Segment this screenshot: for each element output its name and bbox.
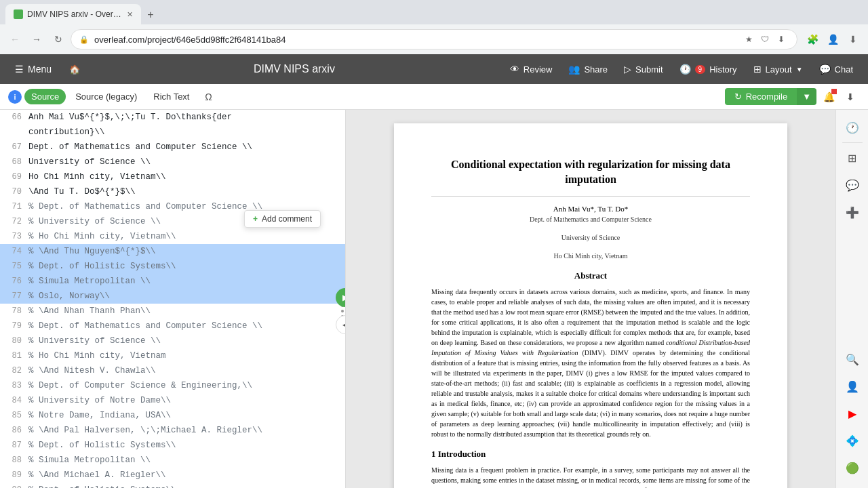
line-content-13: % \And Nhan Thanh Phan\\ (28, 304, 345, 318)
code-line-14[interactable]: 79% Dept. of Mathematics and Computer Sc… (0, 319, 345, 333)
code-line-20[interactable]: 85% Notre Dame, Indiana, USA\\ (0, 408, 345, 423)
sidebar-search-icon[interactable]: 🔍 (840, 347, 865, 371)
sidebar-user-icon[interactable]: 👤 (840, 374, 865, 399)
line-number-22: 87 (0, 439, 28, 452)
code-line-15[interactable]: 80% University of Science \\ (0, 333, 345, 348)
line-content-21: % \And Pal Halversen, \;\;Michael A. Rie… (28, 424, 345, 437)
sidebar-layout-icon[interactable]: ⊞ (840, 146, 865, 170)
code-line-4[interactable]: 69Ho Chi Minh city, Vietnam\\ (0, 169, 345, 184)
line-number-17: 82 (0, 364, 28, 378)
line-content-24: % \And Michael A. Riegler\\ (28, 468, 345, 482)
code-line-12[interactable]: 77% Oslo, Norway\\ (0, 289, 345, 304)
line-number-5: 70 (0, 185, 28, 199)
code-line-21[interactable]: 86% \And Pal Halversen, \;\;Michael A. R… (0, 423, 345, 438)
code-line-2[interactable]: 67Dept. of Mathematics and Computer Scie… (0, 140, 345, 155)
new-tab-button[interactable]: + (141, 5, 160, 24)
history-button[interactable]: 🕐 9 History (673, 60, 744, 78)
code-line-22[interactable]: 87% Dept. of Holistic Systems\\ (0, 438, 345, 453)
line-content-0: Anh Mai Vu$^{*}$,\;\;Tu T. Do\thanks{der (28, 110, 345, 124)
code-line-8[interactable]: 73% Ho Chi Minh city, Vietnam\\ (0, 229, 345, 244)
code-line-19[interactable]: 84% University of Notre Dame\\ (0, 393, 345, 408)
notification-badge (831, 89, 837, 94)
layout-button[interactable]: ⊞ Layout ▼ (747, 60, 810, 78)
extensions-btn[interactable]: 🧩 (803, 30, 822, 49)
rich-text-tab[interactable]: Rich Text (146, 89, 196, 104)
browser-download-btn[interactable]: ⬇ (844, 30, 863, 49)
active-tab[interactable]: DIMV NIPS arxiv - Overleaf, Online LaTeX… (5, 4, 141, 24)
pdf-section1: 1 Introduction (431, 449, 750, 460)
code-line-18[interactable]: 83% Dept. of Computer Science & Engineer… (0, 378, 345, 393)
pdf-authors: Anh Mai Vu*, Tu T. Do* (431, 205, 750, 213)
app-bar: ☰ Menu 🏠 DIMV NIPS arxiv 👁 Review 👥 Shar… (0, 54, 868, 84)
line-number-10: 75 (0, 260, 28, 273)
code-line-1[interactable]: contribution}\\ (0, 125, 345, 140)
line-content-15: % University of Science \\ (28, 334, 345, 348)
review-button[interactable]: 👁 Review (503, 60, 559, 78)
sidebar-history-icon[interactable]: 🕐 (840, 115, 865, 140)
recompile-icon: ↻ (734, 92, 742, 102)
sidebar-ext2-icon[interactable]: ⚙ (840, 483, 865, 488)
line-number-8: 73 (0, 230, 28, 243)
code-area[interactable]: 66Anh Mai Vu$^{*}$,\;\;Tu T. Do\thanks{d… (0, 110, 345, 488)
line-number-16: 81 (0, 349, 28, 363)
sidebar-youtube-icon[interactable]: ▶ (840, 401, 865, 426)
code-line-24[interactable]: 89% \And Michael A. Riegler\\ (0, 468, 345, 483)
menu-label: Menu (28, 64, 52, 75)
profile-btn[interactable]: 👤 (823, 30, 842, 49)
code-line-25[interactable]: 90% Dept. of Holistic Systems\\ (0, 483, 345, 488)
line-number-7: 72 (0, 215, 28, 228)
code-line-3[interactable]: 68University of Science \\ (0, 155, 345, 169)
code-line-23[interactable]: 88% Simula Metropolitan \\ (0, 453, 345, 468)
editor-panel: 66Anh Mai Vu$^{*}$,\;\;Tu T. Do\thanks{d… (0, 110, 346, 488)
line-content-3: University of Science \\ (28, 155, 345, 169)
pdf-affil-line3: Ho Chi Minh city, Vietnam (431, 252, 750, 260)
bookmark-icon[interactable]: ★ (741, 32, 756, 47)
reload-button[interactable]: ↻ (49, 30, 68, 49)
forward-button[interactable]: → (27, 30, 46, 49)
share-button[interactable]: 👥 Share (561, 60, 614, 78)
right-sidebar: 🕐 ⊞ 💬 ➕ 🔍 👤 ▶ 💠 🟢 ⚙ (835, 110, 868, 488)
back-button[interactable]: ← (5, 30, 24, 49)
code-line-13[interactable]: 78% \And Nhan Thanh Phan\\ (0, 304, 345, 319)
code-line-5[interactable]: 70\And Tu T. Do$^{*}$\\ (0, 184, 345, 199)
line-number-13: 78 (0, 304, 28, 318)
code-line-17[interactable]: 82% \And Nitesh V. Chawla\\ (0, 363, 345, 378)
omega-button[interactable]: Ω (199, 87, 218, 106)
download-icon[interactable]: ⬇ (774, 32, 789, 47)
address-bar[interactable]: 🔒 overleaf.com/project/646e5dd98ffc2f648… (71, 29, 797, 49)
chat-button[interactable]: 💬 Chat (812, 60, 860, 78)
project-title: DIMV NIPS arxiv (91, 63, 498, 75)
line-number-25: 90 (0, 483, 28, 488)
submit-button[interactable]: ▷ Submit (617, 60, 669, 78)
code-line-11[interactable]: 76% Simula Metropolitan \\ (0, 274, 345, 289)
sidebar-ext1-icon[interactable]: 🟢 (840, 455, 865, 480)
extension-icon[interactable]: 🛡 (757, 32, 772, 47)
line-content-20: % Notre Dame, Indiana, USA\\ (28, 409, 345, 422)
notification-icon[interactable]: 🔔 (819, 87, 838, 106)
download-pdf-button[interactable]: ⬇ (841, 87, 860, 106)
menu-button[interactable]: ☰ Menu (8, 60, 58, 79)
source-tab[interactable]: Source (24, 89, 66, 104)
url-text: overleaf.com/project/646e5dd98ffc2f64814… (94, 35, 736, 45)
code-line-16[interactable]: 81% Ho Chi Minh city, Vietnam (0, 348, 345, 363)
sidebar-add-icon[interactable]: ➕ (840, 200, 865, 224)
line-number-21: 86 (0, 424, 28, 437)
recompile-button[interactable]: ↻ Recompile (725, 88, 797, 105)
add-comment-popup[interactable]: + Add comment (244, 210, 321, 228)
layout-label: Layout (766, 64, 792, 75)
source-legacy-tab[interactable]: Source (legacy) (68, 89, 144, 104)
recompile-dropdown-button[interactable]: ▼ (797, 88, 816, 105)
tab-close-icon[interactable]: ✕ (127, 10, 133, 19)
code-line-0[interactable]: 66Anh Mai Vu$^{*}$,\;\;Tu T. Do\thanks{d… (0, 110, 345, 125)
code-line-10[interactable]: 75% Dept. of Holistic Systems\\ (0, 259, 345, 274)
home-button[interactable]: 🏠 (64, 58, 85, 80)
sidebar-discord-icon[interactable]: 💠 (840, 428, 865, 453)
pdf-affil-line1: Dept. of Mathematics and Computer Scienc… (431, 216, 750, 223)
code-line-9[interactable]: 74% \And Thu Nguyen$^{*}$\\ (0, 244, 345, 259)
section1-title: Introduction (436, 449, 486, 459)
pdf-title: Conditional expectation with regularizat… (431, 157, 750, 188)
line-number-23: 88 (0, 453, 28, 467)
tab-bar: DIMV NIPS arxiv - Overleaf, Online LaTeX… (0, 0, 868, 24)
sidebar-chat-icon[interactable]: 💬 (840, 173, 865, 197)
line-content-8: % Ho Chi Minh city, Vietnam\\ (28, 230, 345, 243)
